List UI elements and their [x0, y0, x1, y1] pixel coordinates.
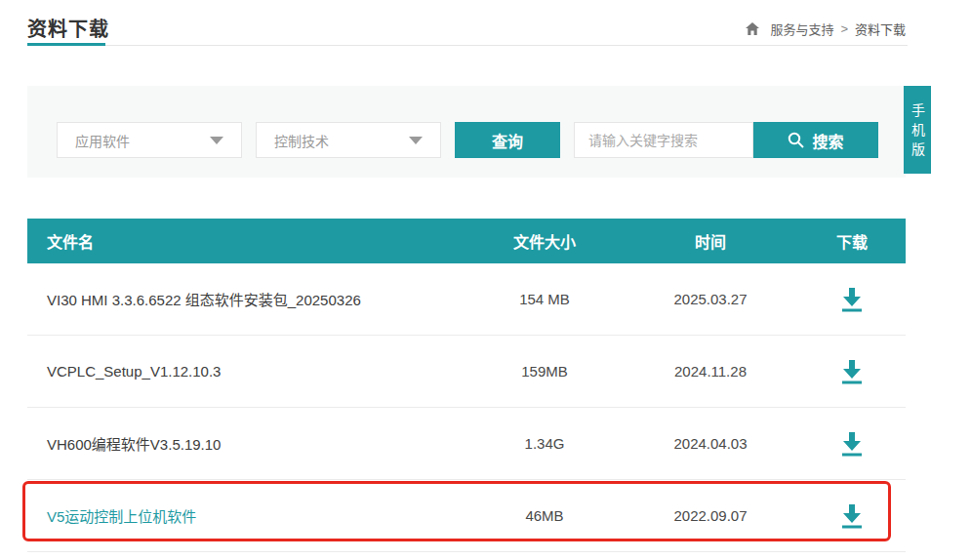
table-row: VCPLC_Setup_V1.12.10.3 159MB 2024.11.28 — [27, 336, 906, 408]
chevron-down-icon — [210, 137, 223, 144]
breadcrumb-separator: > — [840, 21, 848, 36]
keyword-search-input[interactable] — [574, 122, 753, 158]
download-button[interactable] — [838, 429, 866, 459]
breadcrumb: 服务与支持 > 资料下载 — [746, 20, 906, 38]
file-size: 1.34G — [466, 435, 623, 452]
header-divider — [27, 45, 908, 46]
home-icon[interactable] — [746, 22, 759, 35]
dropdown-control-technology[interactable]: 控制技术 — [256, 122, 441, 158]
file-name-link[interactable]: V5运动控制上位机软件 — [27, 505, 466, 526]
download-icon — [840, 287, 864, 312]
dropdown-control-technology-label: 控制技术 — [274, 131, 329, 150]
file-date: 2024.04.03 — [623, 435, 798, 452]
download-table: 文件名 文件大小 时间 下载 VI30 HMI 3.3.6.6522 组态软件安… — [27, 219, 906, 552]
query-button[interactable]: 查询 — [455, 122, 560, 158]
breadcrumb-parent-link[interactable]: 服务与支持 — [770, 20, 833, 38]
file-size: 154 MB — [466, 291, 623, 307]
file-size: 46MB — [466, 507, 623, 524]
download-icon — [840, 431, 864, 457]
page-title: 资料下载 — [27, 14, 109, 42]
file-name-link[interactable]: VI30 HMI 3.3.6.6522 组态软件安装包_20250326 — [27, 289, 466, 309]
file-size: 159MB — [466, 363, 623, 380]
table-header-row: 文件名 文件大小 时间 下载 — [27, 219, 906, 263]
filter-bar: 应用软件 控制技术 查询 搜索 — [27, 86, 906, 178]
file-date: 2022.09.07 — [623, 507, 798, 524]
breadcrumb-current: 资料下载 — [855, 20, 906, 38]
header-filename: 文件名 — [27, 229, 466, 253]
table-body: VI30 HMI 3.3.6.6522 组态软件安装包_20250326 154… — [27, 263, 906, 552]
header-divider-accent — [27, 43, 105, 46]
download-button[interactable] — [838, 357, 866, 386]
chevron-down-icon — [409, 137, 423, 144]
dropdown-software-category[interactable]: 应用软件 — [57, 122, 242, 158]
header-download: 下载 — [798, 229, 906, 253]
header-filesize: 文件大小 — [466, 229, 623, 253]
download-button[interactable] — [838, 285, 866, 314]
header-date: 时间 — [623, 229, 798, 253]
mobile-version-tab[interactable]: 手机版 — [904, 86, 931, 174]
table-row: VI30 HMI 3.3.6.6522 组态软件安装包_20250326 154… — [27, 263, 906, 336]
dropdown-software-category-label: 应用软件 — [75, 131, 130, 150]
download-button[interactable] — [838, 501, 866, 531]
file-date: 2024.11.28 — [623, 363, 798, 380]
search-icon — [788, 132, 804, 148]
table-row: V5运动控制上位机软件 46MB 2022.09.07 — [27, 480, 906, 552]
table-row: VH600编程软件V3.5.19.10 1.34G 2024.04.03 — [27, 408, 906, 480]
download-icon — [840, 359, 864, 384]
file-date: 2025.03.27 — [623, 291, 798, 307]
search-button[interactable]: 搜索 — [753, 122, 878, 158]
file-name-link[interactable]: VH600编程软件V3.5.19.10 — [27, 433, 466, 454]
download-icon — [840, 503, 864, 529]
file-name-link[interactable]: VCPLC_Setup_V1.12.10.3 — [27, 363, 466, 380]
search-button-label: 搜索 — [812, 129, 843, 152]
